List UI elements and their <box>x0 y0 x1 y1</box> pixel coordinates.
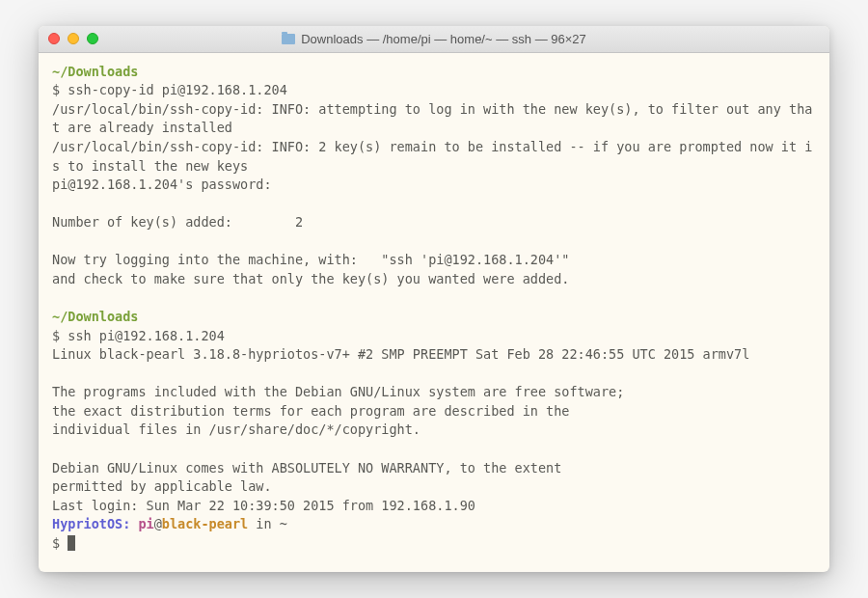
cursor <box>68 535 75 551</box>
output-line: Last login: Sun Mar 22 10:39:50 2015 fro… <box>52 498 475 513</box>
close-button[interactable] <box>48 33 60 44</box>
window-title-text: Downloads — /home/pi — home/~ — ssh — 96… <box>301 32 586 46</box>
output-line: Now try logging into the machine, with: … <box>52 252 569 267</box>
terminal-content[interactable]: ~/Downloads $ ssh-copy-id pi@192.168.1.2… <box>39 53 829 573</box>
output-line: the exact distribution terms for each pr… <box>52 403 569 419</box>
cwd-line: ~/Downloads <box>52 64 138 79</box>
prompt-symbol: $ <box>52 328 68 343</box>
ps1-at: @ <box>154 516 162 531</box>
cwd-line: ~/Downloads <box>52 309 138 324</box>
output-line: The programs included with the Debian GN… <box>52 384 624 399</box>
maximize-button[interactable] <box>87 33 98 44</box>
prompt-symbol: $ <box>52 82 68 97</box>
output-line: Number of key(s) added: 2 <box>52 214 303 230</box>
command-line: ssh-copy-id pi@192.168.1.204 <box>68 82 287 97</box>
output-line: and check to make sure that only the key… <box>52 271 569 286</box>
command-line: ssh pi@192.168.1.204 <box>68 328 225 343</box>
output-line: Debian GNU/Linux comes with ABSOLUTELY N… <box>52 460 561 476</box>
output-line: /usr/local/bin/ssh-copy-id: INFO: 2 key(… <box>52 139 812 174</box>
window-title: Downloads — /home/pi — home/~ — ssh — 96… <box>39 32 829 46</box>
folder-icon <box>282 34 295 44</box>
ps1-host: black-pearl <box>162 516 248 531</box>
ps1-tail: in ~ <box>248 516 287 531</box>
ps1-os: HypriotOS: <box>52 516 138 531</box>
output-line: permitted by applicable law. <box>52 478 272 494</box>
output-line: pi@192.168.1.204's password: <box>52 177 272 192</box>
titlebar[interactable]: Downloads — /home/pi — home/~ — ssh — 96… <box>39 26 829 53</box>
output-line: /usr/local/bin/ssh-copy-id: INFO: attemp… <box>52 101 812 136</box>
traffic-lights <box>48 33 98 44</box>
prompt-symbol: $ <box>52 535 68 551</box>
output-line: Linux black-pearl 3.18.8-hypriotos-v7+ #… <box>52 346 749 362</box>
minimize-button[interactable] <box>68 33 79 44</box>
ps1-user: pi <box>138 516 153 531</box>
output-line: individual files in /usr/share/doc/*/cop… <box>52 421 420 437</box>
terminal-window: Downloads — /home/pi — home/~ — ssh — 96… <box>39 26 829 573</box>
